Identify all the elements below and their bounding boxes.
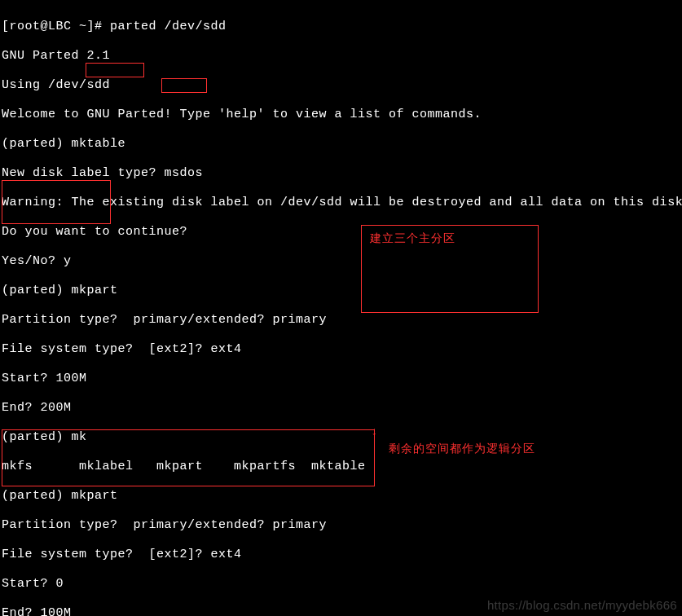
fs-ext4-2: File system type? [ext2]? ext4 — [2, 548, 682, 562]
highlight-start-end-1 — [2, 180, 111, 224]
start-0: Start? 0 — [2, 577, 682, 592]
highlight-extended-box — [2, 429, 375, 486]
arrow-down-icon: ↓ — [371, 425, 378, 439]
end-200m: End? 200M — [2, 401, 682, 416]
parted-mkpart1: (parted) mkpart — [2, 284, 682, 298]
parted-mktable: (parted) mktable — [2, 137, 682, 152]
highlight-msdos — [161, 78, 207, 93]
terminal-output[interactable]: [root@LBC ~]# parted /dev/sdd GNU Parted… — [2, 5, 682, 616]
yesno-line: Yes/No? y — [2, 254, 682, 269]
prompt-line: [root@LBC ~]# parted /dev/sdd — [2, 20, 682, 34]
welcome-line: Welcome to GNU Parted! Type 'help' to vi… — [2, 108, 682, 122]
parted-mkpart2: (parted) mkpart — [2, 489, 682, 504]
start-100m: Start? 100M — [2, 372, 682, 386]
label-type-line: New disk label type? msdos — [2, 166, 682, 181]
continue-prompt: Do you want to continue? — [2, 225, 682, 240]
annotation-logical: 剩余的空间都作为逻辑分区 — [389, 441, 535, 455]
ptype-primary2: Partition type? primary/extended? primar… — [2, 518, 682, 533]
fs-ext4-1: File system type? [ext2]? ext4 — [2, 342, 682, 357]
device-line: Using /dev/sdd — [2, 78, 682, 93]
highlight-mktable — [86, 63, 144, 77]
watermark: https://blog.csdn.net/myydebk666 — [487, 598, 677, 613]
version-line: GNU Parted 2.1 — [2, 49, 682, 64]
ptype-primary1: Partition type? primary/extended? primar… — [2, 313, 682, 328]
annotation-primary: 建立三个主分区 — [370, 231, 455, 245]
